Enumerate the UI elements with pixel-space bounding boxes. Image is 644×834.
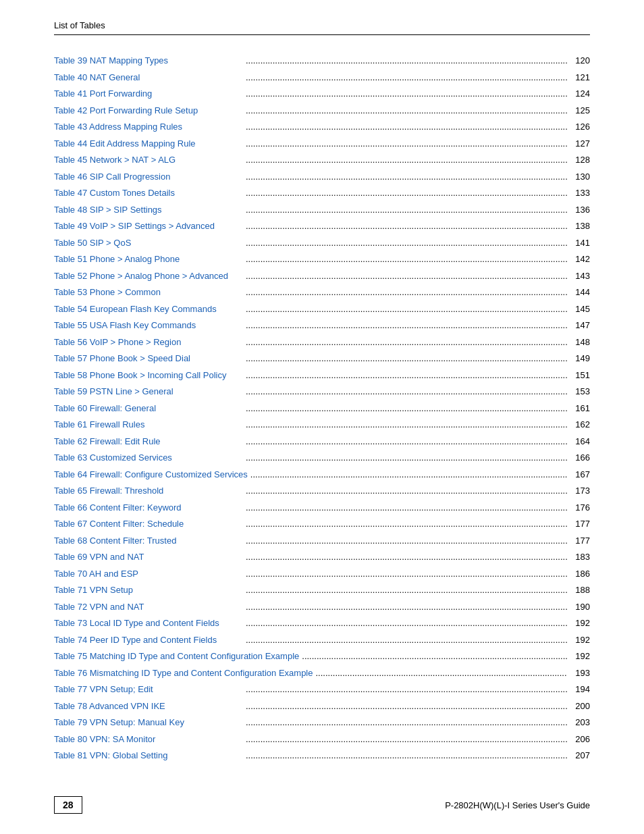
table-link[interactable]: Table 78 Advanced VPN IKE (54, 700, 243, 713)
table-link[interactable]: Table 61 Firewall Rules (54, 418, 243, 432)
table-link[interactable]: Table 51 Phone > Analog Phone (54, 253, 243, 266)
dot-leader (246, 352, 567, 365)
page-number: 161 (570, 402, 590, 415)
dot-leader (246, 104, 567, 118)
table-link[interactable]: Table 63 Customized Services (54, 451, 243, 465)
list-item: Table 43 Address Mapping Rules126 (54, 120, 590, 134)
table-link[interactable]: Table 39 NAT Mapping Types (54, 54, 243, 68)
table-link[interactable]: Table 50 SIP > QoS (54, 236, 243, 250)
table-link[interactable]: Table 60 Firewall: General (54, 402, 243, 415)
table-link[interactable]: Table 42 Port Forwarding Rule Setup (54, 104, 243, 118)
table-link[interactable]: Table 54 European Flash Key Commands (54, 303, 243, 316)
list-item: Table 66 Content Filter: Keyword176 (54, 501, 590, 515)
page-number: 190 (570, 600, 590, 614)
dot-leader (246, 137, 567, 151)
dot-leader (246, 319, 567, 332)
page-number: 126 (570, 120, 590, 134)
table-link[interactable]: Table 52 Phone > Analog Phone > Advanced (54, 269, 243, 283)
table-link[interactable]: Table 79 VPN Setup: Manual Key (54, 716, 243, 729)
page-number: 121 (570, 71, 590, 84)
table-link[interactable]: Table 56 VoIP > Phone > Region (54, 336, 243, 349)
table-link[interactable]: Table 74 Peer ID Type and Content Fields (54, 633, 243, 647)
table-link[interactable]: Table 45 Network > NAT > ALG (54, 153, 243, 167)
dot-leader (246, 303, 567, 316)
page-number: 203 (570, 716, 590, 729)
page-number: 192 (570, 650, 590, 663)
table-link[interactable]: Table 77 VPN Setup; Edit (54, 683, 243, 696)
dot-leader (246, 617, 567, 630)
table-link[interactable]: Table 80 VPN: SA Monitor (54, 733, 243, 746)
table-link[interactable]: Table 68 Content Filter: Trusted (54, 534, 243, 548)
dot-leader (246, 683, 567, 696)
page-number: 162 (570, 418, 590, 432)
page-number: 192 (570, 617, 590, 630)
table-link[interactable]: Table 72 VPN and NAT (54, 600, 243, 614)
table-of-contents-list: Table 39 NAT Mapping Types120Table 40 NA… (54, 54, 590, 762)
table-link[interactable]: Table 44 Edit Address Mapping Rule (54, 137, 243, 151)
page-number: 194 (570, 683, 590, 696)
table-link[interactable]: Table 48 SIP > SIP Settings (54, 203, 243, 217)
table-link[interactable]: Table 47 Custom Tones Details (54, 186, 243, 200)
list-item: Table 56 VoIP > Phone > Region148 (54, 336, 590, 349)
footer-product-name: P-2802H(W)(L)-I Series User's Guide (445, 800, 590, 810)
dot-leader (246, 286, 567, 299)
list-item: Table 40 NAT General121 (54, 71, 590, 84)
table-link[interactable]: Table 58 Phone Book > Incoming Call Poli… (54, 369, 243, 382)
list-item: Table 50 SIP > QoS141 (54, 236, 590, 250)
table-link[interactable]: Table 69 VPN and NAT (54, 550, 243, 564)
table-link[interactable]: Table 41 Port Forwarding (54, 87, 243, 101)
table-link[interactable]: Table 70 AH and ESP (54, 567, 243, 581)
page-number: 176 (570, 501, 590, 515)
table-link[interactable]: Table 59 PSTN Line > General (54, 385, 243, 398)
table-link[interactable]: Table 71 VPN Setup (54, 583, 243, 597)
page-number: 125 (570, 104, 590, 118)
dot-leader (246, 253, 567, 266)
list-item: Table 52 Phone > Analog Phone > Advanced… (54, 269, 590, 283)
list-item: Table 48 SIP > SIP Settings136 (54, 203, 590, 217)
table-link[interactable]: Table 73 Local ID Type and Content Field… (54, 617, 243, 630)
list-item: Table 79 VPN Setup: Manual Key203 (54, 716, 590, 729)
dot-leader (246, 87, 567, 101)
dot-leader (246, 236, 567, 250)
list-item: Table 51 Phone > Analog Phone142 (54, 253, 590, 266)
page-number: 183 (570, 550, 590, 564)
table-link[interactable]: Table 65 Firewall: Threshold (54, 484, 243, 498)
page-number: 145 (570, 303, 590, 316)
list-item: Table 45 Network > NAT > ALG128 (54, 153, 590, 167)
table-link[interactable]: Table 64 Firewall: Configure Customized … (54, 468, 248, 481)
list-item: Table 39 NAT Mapping Types120 (54, 54, 590, 68)
page-number: 128 (570, 153, 590, 167)
table-link[interactable]: Table 75 Matching ID Type and Content Co… (54, 650, 299, 663)
page-number: 192 (570, 633, 590, 647)
list-item: Table 58 Phone Book > Incoming Call Poli… (54, 369, 590, 382)
page-number: 188 (570, 583, 590, 597)
table-link[interactable]: Table 46 SIP Call Progression (54, 170, 243, 184)
dot-leader (246, 733, 567, 746)
dot-leader (246, 517, 567, 531)
table-link[interactable]: Table 55 USA Flash Key Commands (54, 319, 243, 332)
table-link[interactable]: Table 43 Address Mapping Rules (54, 120, 243, 134)
table-link[interactable]: Table 76 Mismatching ID Type and Content… (54, 667, 313, 680)
table-link[interactable]: Table 49 VoIP > SIP Settings > Advanced (54, 219, 243, 233)
list-item: Table 67 Content Filter: Schedule177 (54, 517, 590, 531)
table-link[interactable]: Table 66 Content Filter: Keyword (54, 501, 243, 515)
page-number: 124 (570, 87, 590, 101)
page-number: 144 (570, 286, 590, 299)
dot-leader (246, 186, 567, 200)
table-link[interactable]: Table 53 Phone > Common (54, 286, 243, 299)
list-item: Table 42 Port Forwarding Rule Setup125 (54, 104, 590, 118)
table-link[interactable]: Table 40 NAT General (54, 71, 243, 84)
table-link[interactable]: Table 67 Content Filter: Schedule (54, 517, 243, 531)
header-title: List of Tables (54, 20, 105, 30)
list-item: Table 71 VPN Setup188 (54, 583, 590, 597)
list-item: Table 77 VPN Setup; Edit194 (54, 683, 590, 696)
dot-leader (246, 418, 567, 432)
list-item: Table 47 Custom Tones Details133 (54, 186, 590, 200)
list-item: Table 65 Firewall: Threshold173 (54, 484, 590, 498)
table-link[interactable]: Table 62 Firewall: Edit Rule (54, 435, 243, 448)
list-item: Table 76 Mismatching ID Type and Content… (54, 667, 590, 680)
table-link[interactable]: Table 81 VPN: Global Setting (54, 749, 243, 762)
table-link[interactable]: Table 57 Phone Book > Speed Dial (54, 352, 243, 365)
dot-leader (246, 567, 567, 581)
dot-leader (246, 54, 567, 68)
